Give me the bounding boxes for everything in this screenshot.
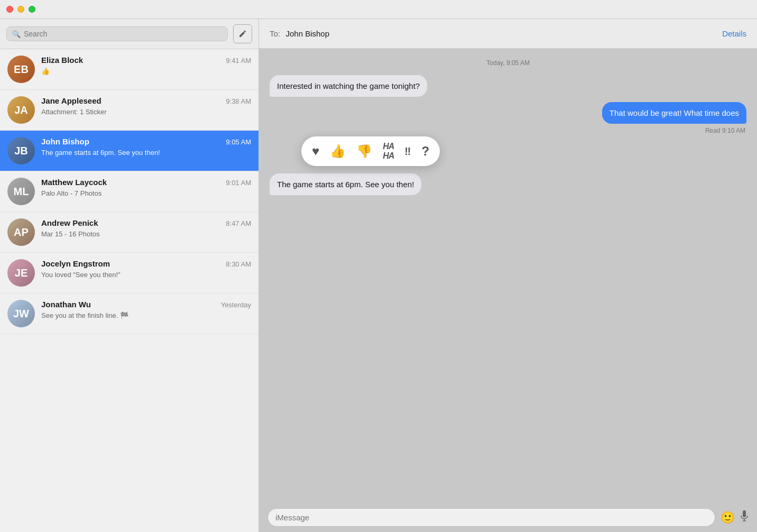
haha-icon: HAHA: [383, 142, 394, 161]
conv-preview-jonathan: See you at the finish line. 🏁: [41, 311, 128, 319]
conv-preview-jocelyn: You loved "See you then!": [41, 271, 121, 279]
sidebar-header: 🔍: [0, 19, 259, 49]
close-button[interactable]: [6, 6, 13, 13]
conv-name-matthew: Matthew Laycock: [41, 178, 107, 187]
compose-button[interactable]: [233, 24, 252, 43]
tapback-thumbsdown-button[interactable]: 👎: [355, 143, 373, 160]
thumbs-down-icon: 👎: [356, 144, 372, 159]
conv-time-andrew: 8:47 AM: [226, 219, 251, 227]
tapback-question-button[interactable]: ?: [420, 143, 430, 160]
conv-header-jane: Jane Appleseed 9:38 AM: [41, 96, 251, 105]
conv-time-john: 9:05 AM: [226, 138, 251, 146]
avatar-andrew-penick: AP: [7, 218, 35, 246]
search-icon: 🔍: [12, 30, 21, 38]
conv-preview-eliza: 👍: [41, 67, 50, 75]
conv-header-jonathan: Jonathan Wu Yesterday: [41, 300, 251, 309]
thumbs-up-icon: 👍: [330, 144, 346, 159]
conv-header-matthew: Matthew Laycock 9:01 AM: [41, 178, 251, 187]
conversation-item-jocelyn-engstrom[interactable]: JE Jocelyn Engstrom 8:30 AM You loved "S…: [0, 253, 259, 293]
conv-info-john: John Bishop 9:05 AM The game starts at 6…: [41, 137, 251, 157]
conv-time-eliza: 9:41 AM: [226, 57, 251, 65]
exclaim-icon: ‼: [404, 145, 411, 158]
minimize-button[interactable]: [17, 6, 24, 13]
details-button[interactable]: Details: [722, 29, 746, 38]
message-bubble-1: Interested in watching the game tonight?: [270, 75, 427, 97]
conv-header-jocelyn: Jocelyn Engstrom 8:30 AM: [41, 259, 251, 268]
emoji-icon: 🙂: [721, 511, 735, 524]
conversation-item-john-bishop[interactable]: JB John Bishop 9:05 AM The game starts a…: [0, 131, 259, 171]
conv-name-jocelyn: Jocelyn Engstrom: [41, 259, 110, 268]
chat-input-bar: 🙂: [259, 503, 757, 532]
chat-header: To: John Bishop Details: [259, 19, 757, 49]
maximize-button[interactable]: [29, 6, 35, 13]
avatar-matthew-laycock: ML: [7, 178, 35, 205]
search-box[interactable]: 🔍: [6, 26, 228, 41]
conv-time-jonathan: Yesterday: [221, 301, 251, 309]
conv-info-andrew: Andrew Penick 8:47 AM Mar 15 - 16 Photos: [41, 218, 251, 239]
conv-name-eliza: Eliza Block: [41, 56, 83, 65]
tapback-popup: ♥ 👍 👎 HAHA ‼ ?: [301, 136, 746, 166]
conv-info-jonathan: Jonathan Wu Yesterday See you at the fin…: [41, 300, 251, 320]
conv-name-john: John Bishop: [41, 137, 89, 146]
conv-time-jane: 9:38 AM: [226, 97, 251, 105]
chat-to-label: To:: [270, 29, 280, 38]
app-body: 🔍 EB Eliza Block 9:41 AM 👍: [0, 19, 757, 532]
emoji-button[interactable]: 🙂: [721, 511, 735, 525]
conv-header-john: John Bishop 9:05 AM: [41, 137, 251, 146]
avatar-jonathan-wu: JW: [7, 300, 35, 327]
sidebar: 🔍 EB Eliza Block 9:41 AM 👍: [0, 19, 259, 532]
message-row-2: That would be great! What time does: [270, 102, 746, 124]
avatar-jocelyn-engstrom: JE: [7, 259, 35, 287]
conv-name-jane: Jane Appleseed: [41, 96, 101, 105]
compose-icon: [238, 30, 247, 38]
conversation-item-andrew-penick[interactable]: AP Andrew Penick 8:47 AM Mar 15 - 16 Pho…: [0, 212, 259, 253]
conv-info-matthew: Matthew Laycock 9:01 AM Palo Alto - 7 Ph…: [41, 178, 251, 198]
avatar-eliza-block: EB: [7, 56, 35, 83]
conv-preview-andrew: Mar 15 - 16 Photos: [41, 230, 100, 238]
search-input[interactable]: [24, 30, 222, 38]
tapback-exclaim-button[interactable]: ‼: [403, 144, 412, 159]
tapback-thumbsup-button[interactable]: 👍: [329, 143, 347, 160]
conv-info-jocelyn: Jocelyn Engstrom 8:30 AM You loved "See …: [41, 259, 251, 279]
message-row-1: Interested in watching the game tonight?: [270, 75, 746, 97]
message-row-3: The game starts at 6pm. See you then!: [270, 173, 746, 195]
conversation-item-matthew-laycock[interactable]: ML Matthew Laycock 9:01 AM Palo Alto - 7…: [0, 171, 259, 212]
conv-header-andrew: Andrew Penick 8:47 AM: [41, 218, 251, 227]
conv-info-eliza-block: Eliza Block 9:41 AM 👍: [41, 56, 251, 76]
conv-time-matthew: 9:01 AM: [226, 179, 251, 187]
tapback-container: ♥ 👍 👎 HAHA ‼ ?: [301, 136, 440, 166]
avatar-john-bishop: JB: [7, 137, 35, 164]
message-bubble-2: That would be great! What time does: [602, 102, 746, 124]
microphone-icon: [740, 510, 749, 522]
conv-time-jocelyn: 8:30 AM: [226, 260, 251, 268]
chat-messages: Today, 9:05 AM Interested in watching th…: [259, 49, 757, 503]
message-bubble-3: The game starts at 6pm. See you then!: [270, 173, 421, 195]
tapback-haha-button[interactable]: HAHA: [382, 141, 395, 162]
conv-name-jonathan: Jonathan Wu: [41, 300, 91, 309]
chat-timestamp: Today, 9:05 AM: [270, 59, 746, 67]
conv-preview-john: The game starts at 6pm. See you then!: [41, 149, 160, 157]
chat-to-row: To: John Bishop: [270, 29, 329, 39]
svg-rect-0: [743, 510, 746, 517]
avatar-jane-appleseed: JA: [7, 96, 35, 124]
title-bar: [0, 0, 757, 19]
conversation-item-jonathan-wu[interactable]: JW Jonathan Wu Yesterday See you at the …: [0, 293, 259, 334]
tapback-heart-button[interactable]: ♥: [311, 143, 320, 160]
conv-name-andrew: Andrew Penick: [41, 218, 98, 227]
conversation-item-eliza-block[interactable]: EB Eliza Block 9:41 AM 👍: [0, 49, 259, 90]
chat-area: To: John Bishop Details Today, 9:05 AM I…: [259, 19, 757, 532]
question-icon: ?: [421, 144, 429, 159]
conv-header-eliza: Eliza Block 9:41 AM: [41, 56, 251, 65]
microphone-button[interactable]: [740, 510, 749, 525]
conv-preview-matthew: Palo Alto - 7 Photos: [41, 189, 101, 197]
heart-icon: ♥: [312, 144, 319, 159]
conversation-item-jane-appleseed[interactable]: JA Jane Appleseed 9:38 AM Attachment: 1 …: [0, 90, 259, 131]
conversation-list: EB Eliza Block 9:41 AM 👍 JA Jane Applese…: [0, 49, 259, 532]
message-input[interactable]: [267, 508, 715, 527]
chat-recipient: John Bishop: [285, 29, 329, 38]
conv-preview-jane: Attachment: 1 Sticker: [41, 108, 107, 116]
read-receipt: Read 9:10 AM: [270, 127, 745, 134]
conv-info-jane: Jane Appleseed 9:38 AM Attachment: 1 Sti…: [41, 96, 251, 116]
